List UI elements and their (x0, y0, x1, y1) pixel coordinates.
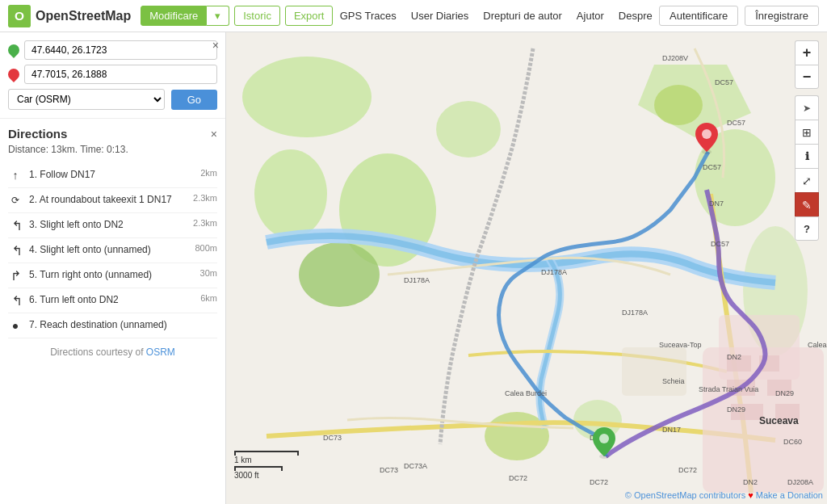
compass-button[interactable]: ➤ (795, 95, 819, 120)
svg-point-5 (299, 242, 380, 307)
step-2-dist: 2.3km (189, 193, 217, 203)
go-button[interactable]: Go (171, 90, 217, 110)
nav-link-help[interactable]: Ajutor (577, 10, 604, 22)
direction-step-2: ⟳ 2. At roundabout takeexit 1 DN17 2.3km (8, 188, 217, 213)
map-controls: + − ➤ ⊞ ℹ ⤢ ✎ ? (795, 40, 819, 241)
export-button[interactable]: Export (285, 6, 334, 26)
svg-text:Calea Unirii: Calea Unirii (808, 341, 827, 349)
directions-close-button[interactable]: × (211, 128, 217, 141)
svg-text:DC57: DC57 (711, 240, 729, 248)
step-4-icon: ↱ (8, 243, 23, 258)
nav-right: Autentificare Înregistrare (659, 6, 819, 26)
osrm-credit-link[interactable]: OSRM (146, 346, 175, 358)
svg-text:DC57: DC57 (703, 163, 721, 171)
zoom-out-button[interactable]: − (795, 65, 819, 89)
svg-point-6 (436, 101, 501, 158)
nav-link-copyright[interactable]: Drepturi de autor (483, 10, 562, 22)
scale-text-ft: 3000 ft (234, 471, 299, 480)
step-5-text: 5. Turn right onto (unnamed) (29, 268, 183, 282)
step-3-dist: 2.3km (189, 218, 217, 228)
step-5-dist: 30m (189, 268, 217, 278)
step-2-text: 2. At roundabout takeexit 1 DN17 (29, 193, 183, 207)
direction-step-3: ↱ 3. Slight left onto DN2 2.3km (8, 213, 217, 238)
step-6-text: 6. Turn left onto DN2 (29, 293, 183, 307)
left-panel: × Car (OSRM) Bicycle (OSRM) Foot (OSRM) … (0, 32, 226, 504)
map-attribution: © OpenStreetMap contributors ♥ Make a Do… (625, 490, 823, 500)
historic-button[interactable]: Istoric (234, 6, 280, 26)
modify-dropdown-button[interactable]: ▾ (207, 6, 229, 26)
from-input[interactable] (24, 40, 217, 60)
zoom-in-button[interactable]: + (795, 40, 819, 65)
note-button[interactable]: ✎ (795, 192, 819, 216)
direction-step-4: ↱ 4. Slight left onto (unnamed) 800m (8, 238, 217, 263)
svg-text:Suceava: Suceava (759, 415, 799, 426)
svg-text:DC57: DC57 (715, 78, 733, 86)
transport-select[interactable]: Car (OSRM) Bicycle (OSRM) Foot (OSRM) (8, 89, 165, 110)
svg-text:DN7: DN7 (709, 200, 724, 208)
osm-attribution-link[interactable]: © OpenStreetMap contributors (625, 490, 745, 500)
svg-text:DN2: DN2 (727, 353, 741, 361)
step-7-text: 7. Reach destination (unnamed) (29, 318, 183, 332)
direction-step-1: ↑ 1. Follow DN17 2km (8, 163, 217, 188)
direction-step-6: ↱ 6. Turn left onto DN2 6km (8, 288, 217, 313)
step-1-text: 1. Follow DN17 (29, 168, 183, 182)
svg-point-11 (654, 85, 703, 125)
step-6-dist: 6km (189, 293, 217, 303)
modify-dropdown-arrow: ▾ (215, 10, 220, 22)
map-tool-group: ➤ ⊞ ℹ ⤢ ✎ ? (795, 95, 819, 241)
help-map-button[interactable]: ? (795, 216, 819, 241)
directions-credit: Directions courtesy of OSRM (8, 338, 217, 366)
zoom-control-group: + − (795, 40, 819, 89)
direction-step-7: ● 7. Reach destination (unnamed) (8, 313, 217, 338)
svg-point-55 (599, 434, 609, 443)
svg-text:DC73A: DC73A (404, 462, 427, 470)
from-marker-icon (6, 42, 22, 58)
layers-button[interactable]: ⊞ (795, 120, 819, 144)
logo-text: OpenStreetMap (36, 9, 131, 23)
credit-prefix: Directions courtesy of (50, 346, 146, 358)
step-1-icon: ↑ (8, 168, 23, 183)
share-button[interactable]: ⤢ (795, 168, 819, 192)
svg-text:DC57: DC57 (727, 119, 745, 127)
from-input-row (8, 40, 217, 60)
step-2-icon: ⟳ (8, 193, 23, 208)
logo-area: O OpenStreetMap (8, 5, 131, 27)
svg-text:DN29: DN29 (727, 405, 745, 414)
to-input[interactable] (24, 65, 217, 84)
step-5-icon: ↱ (8, 268, 23, 283)
directions-title: Directions (8, 127, 67, 141)
svg-text:DC72: DC72 (590, 478, 608, 486)
svg-text:DC73: DC73 (380, 466, 398, 474)
svg-text:DN29: DN29 (775, 389, 794, 397)
nav-link-gps-traces[interactable]: GPS Traces (340, 10, 397, 22)
login-button[interactable]: Autentificare (659, 6, 738, 26)
svg-text:O: O (15, 9, 24, 23)
route-inputs-section: × Car (OSRM) Bicycle (OSRM) Foot (OSRM) … (0, 32, 225, 119)
svg-text:Calea Burdei: Calea Burdei (505, 389, 547, 397)
step-1-dist: 2km (189, 168, 217, 178)
svg-text:DJ208V: DJ208V (662, 54, 688, 62)
svg-text:DC72: DC72 (509, 474, 527, 482)
svg-point-53 (702, 129, 712, 139)
nav-link-user-diaries[interactable]: User Diaries (411, 10, 469, 22)
svg-text:Strada Traian Vuia: Strada Traian Vuia (699, 385, 758, 393)
step-4-text: 4. Slight left onto (unnamed) (29, 243, 183, 257)
donate-link[interactable]: Make a Donation (756, 490, 823, 500)
route-inputs-close-button[interactable]: × (212, 39, 219, 52)
scale-bar-inner: 1 km 3000 ft (234, 451, 299, 480)
navbar: O OpenStreetMap Modificare ▾ Istoric Exp… (0, 0, 827, 32)
map-area[interactable]: DJ208V DC57 DC57 DC57 DN7 DC57 DJ178A DJ… (226, 32, 827, 504)
modify-button[interactable]: Modificare (141, 6, 207, 26)
info-button[interactable]: ℹ (795, 144, 819, 168)
step-6-icon: ↱ (8, 293, 23, 308)
nav-link-about[interactable]: Despre (619, 10, 653, 22)
svg-text:DJ178A: DJ178A (404, 276, 430, 284)
svg-text:DN17: DN17 (662, 426, 681, 434)
register-button[interactable]: Înregistrare (745, 6, 819, 26)
scale-text-km: 1 km (234, 456, 299, 464)
to-input-row (8, 65, 217, 84)
svg-text:Suceava-Top: Suceava-Top (659, 341, 702, 349)
step-7-icon: ● (8, 318, 23, 333)
osm-logo-icon: O (8, 5, 31, 27)
svg-text:DJ208A: DJ208A (787, 478, 813, 486)
